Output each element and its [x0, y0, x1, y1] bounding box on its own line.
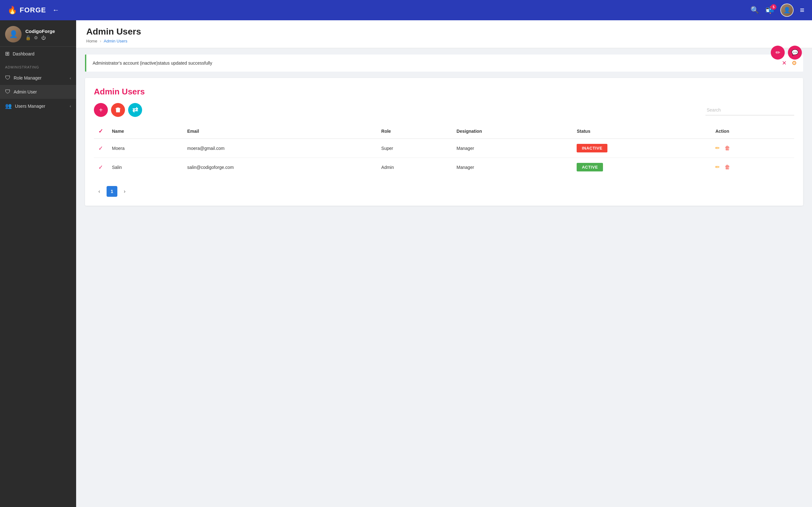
delete-row-button[interactable]: 🗑: [725, 164, 730, 170]
hamburger-menu[interactable]: ≡: [800, 6, 804, 14]
row-check-icon: ✓: [98, 145, 103, 152]
row-name: Moera: [107, 139, 183, 158]
sidebar: 👤 CodigoForge 🔒 ⚙ ⏻ ⊞ Dashboard Administ…: [0, 20, 76, 507]
sidebar-user-icons: 🔒 ⚙ ⏻: [26, 35, 55, 40]
logo-flame-icon: 🔥: [8, 6, 17, 14]
users-manager-label: Users Manager: [15, 104, 67, 109]
alert-message: Administrator's account (inactive)status…: [93, 60, 212, 66]
th-role: Role: [377, 124, 452, 139]
row-status: INACTIVE: [572, 139, 711, 158]
sidebar-item-users-manager[interactable]: 👥 Users Manager ‹: [0, 99, 76, 113]
nav-right: 🔍 📬 5 👤 ≡: [751, 3, 804, 17]
sidebar-item-label: Dashboard: [13, 51, 71, 56]
row-designation: Manager: [452, 139, 572, 158]
toolbar: + ⇄: [94, 103, 794, 117]
sidebar-item-admin-user[interactable]: 🛡 Admin User: [0, 85, 76, 99]
table-row: ✓ Salin salin@codigoforge.com Admin Mana…: [94, 158, 794, 177]
role-manager-label: Role Manager: [14, 75, 67, 80]
table-header: ✓ Name Email Role Designation Status Act…: [94, 124, 794, 139]
comment-action-button[interactable]: 💬: [788, 46, 802, 60]
main-layout: 👤 CodigoForge 🔒 ⚙ ⏻ ⊞ Dashboard Administ…: [0, 20, 812, 507]
admin-users-card: Admin Users + ⇄: [85, 78, 803, 206]
settings-icon[interactable]: ⚙: [34, 35, 38, 40]
logo-text: FORGE: [20, 6, 46, 14]
breadcrumb: Home › Admin Users: [86, 39, 802, 43]
card-title: Admin Users: [94, 87, 794, 97]
alert-close-button[interactable]: ✕: [782, 60, 786, 66]
avatar-image: 👤: [781, 4, 793, 16]
shield-icon-role: 🛡: [5, 75, 10, 81]
back-button[interactable]: ←: [52, 6, 59, 14]
pagination-prev[interactable]: ‹: [94, 186, 105, 197]
row-status: ACTIVE: [572, 158, 711, 177]
edit-row-button[interactable]: ✏: [715, 145, 720, 151]
breadcrumb-separator: ›: [100, 39, 101, 43]
page-header-actions: ✏ 💬: [771, 46, 802, 60]
header-check-icon: ✓: [98, 128, 103, 134]
th-status: Status: [572, 124, 711, 139]
top-navigation: 🔥 FORGE ← 🔍 📬 5 👤 ≡: [0, 0, 812, 20]
notifications-icon[interactable]: 📬 5: [765, 6, 774, 14]
trash-icon: [115, 107, 121, 113]
pagination: ‹ 1 ›: [94, 183, 794, 197]
table-header-row: ✓ Name Email Role Designation Status Act…: [94, 124, 794, 139]
row-designation: Manager: [452, 158, 572, 177]
nav-left: 🔥 FORGE ←: [8, 6, 59, 14]
search-wrapper: [705, 105, 794, 115]
lock-icon[interactable]: 🔒: [26, 35, 31, 40]
row-check-icon: ✓: [98, 164, 103, 170]
content-area: Admin Users Home › Admin Users ✏ 💬 Admin…: [76, 20, 812, 507]
search-input[interactable]: [705, 105, 794, 115]
row-role: Admin: [377, 158, 452, 177]
transfer-button[interactable]: ⇄: [128, 103, 142, 117]
breadcrumb-home[interactable]: Home: [86, 39, 97, 43]
row-action: ✏ 🗑: [711, 139, 794, 158]
th-email: Email: [183, 124, 377, 139]
sidebar-section-administrating: Administrating: [0, 61, 76, 71]
row-email: salin@codigoforge.com: [183, 158, 377, 177]
toolbar-left: + ⇄: [94, 103, 142, 117]
alert-bar: Administrator's account (inactive)status…: [85, 55, 803, 72]
delete-row-button[interactable]: 🗑: [725, 145, 730, 151]
pagination-next[interactable]: ›: [119, 186, 130, 197]
row-action: ✏ 🗑: [711, 158, 794, 177]
admin-users-table: ✓ Name Email Role Designation Status Act…: [94, 124, 794, 176]
row-check-cell: ✓: [94, 158, 107, 177]
sidebar-profile: 👤 CodigoForge 🔒 ⚙ ⏻: [0, 20, 76, 47]
sidebar-item-role-manager[interactable]: 🛡 Role Manager ‹: [0, 71, 76, 85]
row-role: Super: [377, 139, 452, 158]
row-name: Salin: [107, 158, 183, 177]
sidebar-avatar: 👤: [5, 26, 21, 43]
edit-row-button[interactable]: ✏: [715, 164, 720, 170]
alert-actions: ✕ ⚙: [782, 60, 797, 66]
sidebar-item-dashboard[interactable]: ⊞ Dashboard: [0, 47, 76, 61]
th-check: ✓: [94, 124, 107, 139]
user-avatar-top[interactable]: 👤: [780, 3, 794, 17]
breadcrumb-current: Admin Users: [104, 39, 127, 43]
th-action: Action: [711, 124, 794, 139]
alert-gear-icon[interactable]: ⚙: [792, 60, 797, 66]
pagination-page-1[interactable]: 1: [107, 186, 117, 197]
status-badge: INACTIVE: [577, 144, 607, 153]
shield-icon-admin: 🛡: [5, 89, 10, 95]
chevron-icon-users: ‹: [70, 104, 71, 108]
sidebar-user-info: CodigoForge 🔒 ⚙ ⏻: [26, 29, 55, 40]
chevron-icon-role: ‹: [70, 76, 71, 80]
status-badge: ACTIVE: [577, 163, 603, 171]
row-check-cell: ✓: [94, 139, 107, 158]
notification-badge: 5: [771, 4, 776, 10]
page-header: Admin Users Home › Admin Users ✏ 💬: [76, 20, 812, 48]
page-title: Admin Users: [86, 26, 802, 37]
th-designation: Designation: [452, 124, 572, 139]
th-name: Name: [107, 124, 183, 139]
dashboard-icon: ⊞: [5, 50, 9, 57]
add-button[interactable]: +: [94, 103, 108, 117]
table-body: ✓ Moera moera@gmail.com Super Manager IN…: [94, 139, 794, 177]
row-email: moera@gmail.com: [183, 139, 377, 158]
delete-button[interactable]: [111, 103, 125, 117]
edit-action-button[interactable]: ✏: [771, 46, 785, 60]
power-icon[interactable]: ⏻: [41, 35, 46, 40]
admin-user-label: Admin User: [14, 89, 71, 95]
logo: 🔥 FORGE: [8, 6, 46, 14]
search-icon[interactable]: 🔍: [751, 6, 759, 14]
